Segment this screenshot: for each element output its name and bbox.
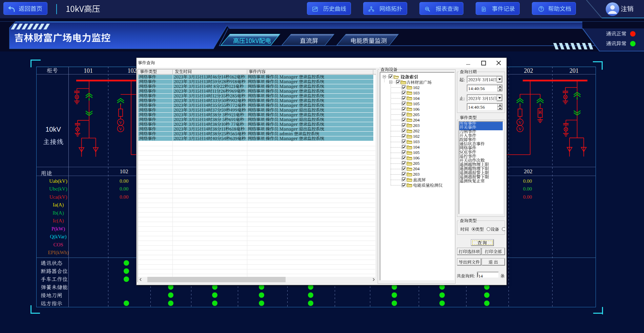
svg-text:V: V — [119, 120, 122, 125]
svg-text:V: V — [518, 126, 522, 131]
svg-text:V: V — [119, 126, 122, 131]
svg-text:V: V — [518, 120, 522, 125]
